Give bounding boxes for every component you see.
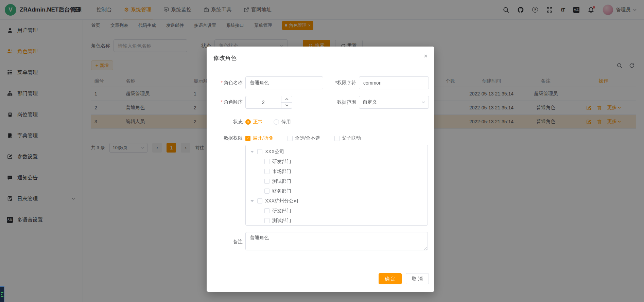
data-scope-select[interactable]: 自定义 [359, 96, 429, 109]
dialog-row-2: *角色顺序 2 数据范围 自定义 [207, 96, 434, 109]
tree-node-parent[interactable]: XXX杭州分公司 [246, 196, 428, 206]
role-name-label: *角色名称 [207, 80, 243, 86]
role-key-field[interactable] [359, 76, 429, 89]
role-key-label: *权限字符 [323, 80, 356, 86]
expand-collapse-checkbox[interactable]: ✓ 展开/折叠 [245, 135, 273, 141]
checkbox-icon: ✓ [245, 136, 250, 141]
role-sort-stepper[interactable]: 2 [245, 96, 292, 109]
caret-down-icon[interactable] [250, 151, 255, 153]
confirm-button[interactable]: 确 定 [379, 273, 402, 284]
required-mark: * [221, 80, 223, 85]
role-name-field[interactable] [245, 76, 323, 89]
radio-icon [274, 119, 279, 125]
status-label: 状态 [207, 119, 243, 125]
dialog-footer: 确 定 取 消 [379, 273, 429, 284]
checkbox-icon [288, 136, 293, 141]
radio-icon [245, 119, 251, 125]
checkbox-icon[interactable] [264, 189, 269, 194]
dialog-row-remark: 备注 普通角色 [207, 232, 434, 252]
checkbox-icon[interactable] [257, 198, 262, 203]
status-radio-normal[interactable]: 正常 [245, 119, 263, 125]
dialog-row-data-permission: 数据权限 ✓ 展开/折叠 全选/全不选 父子联动 [207, 135, 434, 142]
tree-node-child[interactable]: 研发部门 [246, 206, 428, 216]
chevron-down-icon [422, 101, 425, 103]
tree-node-child[interactable]: 财务部门 [246, 186, 428, 196]
checkbox-icon[interactable] [257, 149, 262, 154]
tree-node-child[interactable]: 测试部门 [246, 176, 428, 186]
checkbox-icon[interactable] [264, 179, 269, 184]
remark-textarea[interactable]: 普通角色 [245, 232, 428, 250]
required-mark: * [221, 99, 223, 105]
status-radio-disabled[interactable]: 停用 [274, 119, 291, 125]
stepper-value: 2 [246, 96, 281, 108]
stepper-up-button[interactable] [281, 96, 292, 103]
corner-widget [0, 286, 4, 302]
dialog-row-1: *角色名称 *权限字符 [207, 76, 434, 89]
tree-node-child[interactable]: 市场部门 [246, 166, 428, 176]
close-icon[interactable]: × [424, 53, 428, 59]
edit-role-dialog: 修改角色 × *角色名称 *权限字符 *角色顺序 2 数据范围 自定义 状态 正… [207, 47, 434, 292]
checkbox-icon[interactable] [264, 208, 269, 213]
remark-label: 备注 [207, 239, 243, 245]
checkbox-icon [334, 136, 340, 141]
department-tree: XXX公司 研发部门 市场部门 测试部门 财务部门 XXX杭州分公司 [245, 145, 428, 226]
dialog-row-status: 状态 正常 停用 [207, 119, 434, 125]
role-sort-label: *角色顺序 [207, 99, 243, 105]
stepper-down-button[interactable] [281, 103, 292, 109]
parent-child-link-checkbox[interactable]: 父子联动 [334, 135, 361, 141]
caret-down-icon[interactable] [250, 200, 255, 202]
tree-node-parent[interactable]: XXX公司 [246, 147, 428, 157]
select-all-checkbox[interactable]: 全选/全不选 [288, 135, 320, 141]
checkbox-icon[interactable] [264, 169, 269, 174]
tree-node-child[interactable]: 研发部门 [246, 157, 428, 166]
data-permission-label: 数据权限 [207, 135, 243, 141]
data-scope-value: 自定义 [363, 99, 377, 105]
checkbox-icon[interactable] [264, 218, 269, 223]
tree-node-child[interactable]: 测试部门 [246, 216, 428, 226]
data-scope-label: 数据范围 [292, 99, 356, 105]
checkbox-icon[interactable] [264, 159, 269, 164]
dialog-title: 修改角色 [213, 54, 237, 62]
cancel-button[interactable]: 取 消 [406, 273, 429, 284]
